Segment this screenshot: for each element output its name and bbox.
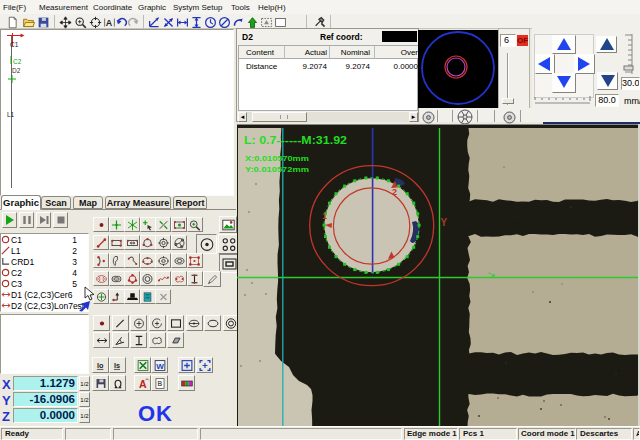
svg-text:ls: ls — [113, 360, 119, 369]
svg-text:L: 0.7------M:31.92: L: 0.7------M:31.92 — [244, 134, 347, 146]
svg-text:ˆx: ˆx — [488, 271, 496, 280]
svg-text:X:0.010570mm: X:0.010570mm — [245, 154, 309, 163]
svg-text:C2: C2 — [13, 58, 22, 65]
svg-text:A: A — [106, 18, 113, 28]
svg-text:2: 2 — [392, 187, 397, 197]
svg-text:Y:0.010572mm: Y:0.010572mm — [245, 165, 309, 174]
svg-text:L1: L1 — [7, 111, 15, 118]
svg-text:D2: D2 — [12, 67, 21, 74]
svg-text:Y: Y — [441, 217, 448, 228]
svg-text:A: A — [138, 377, 146, 389]
svg-text:lo: lo — [96, 360, 103, 369]
svg-text:1: 1 — [322, 211, 327, 221]
svg-text:B: B — [157, 380, 162, 387]
svg-text:W: W — [156, 361, 164, 370]
svg-text:C1: C1 — [10, 41, 19, 48]
